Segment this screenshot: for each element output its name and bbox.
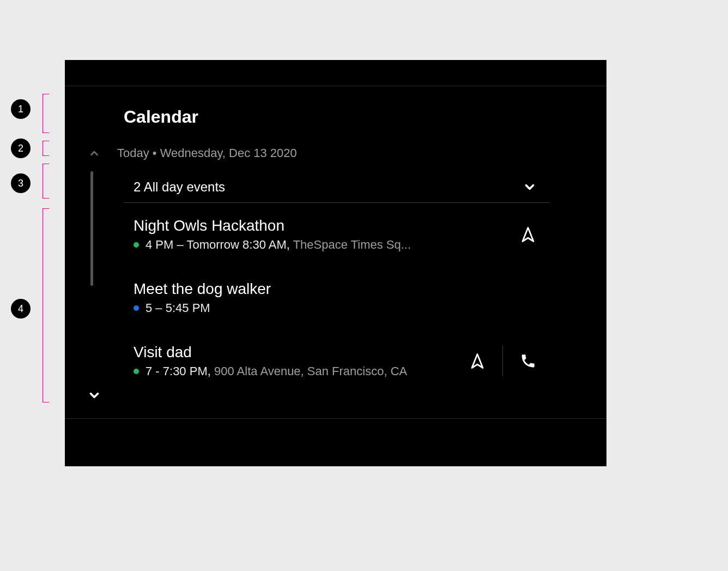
event-list: 2 All day events Night Owls Hackathon 4 …: [124, 172, 550, 393]
event-meta: 5 – 5:45 PM: [134, 301, 543, 315]
annotation-bracket-2: [43, 141, 49, 156]
scroll-down-button[interactable]: [87, 388, 102, 403]
action-separator: [502, 346, 503, 376]
calendar-screen: Calendar Today • Wednesday, Dec 13 2020 …: [65, 86, 606, 418]
event-row[interactable]: Night Owls Hackathon 4 PM – Tomorrow 8:3…: [124, 203, 550, 266]
event-main: Meet the dog walker 5 – 5:45 PM: [134, 280, 543, 315]
annotation-bracket-1: [43, 94, 49, 133]
chevron-down-icon: [523, 180, 537, 194]
event-main: Night Owls Hackathon 4 PM – Tomorrow 8:3…: [134, 217, 513, 252]
scroll-indicator: [90, 171, 93, 286]
nav-bar: [65, 418, 606, 466]
status-dot: [134, 369, 139, 374]
event-time: 4 PM – Tomorrow 8:30 AM,: [145, 238, 290, 251]
event-title: Visit dad: [134, 344, 462, 361]
event-time: 7 - 7:30 PM,: [145, 364, 211, 378]
navigate-button[interactable]: [513, 219, 543, 250]
chevron-down-icon: [87, 388, 101, 402]
page-title: Calendar: [124, 107, 606, 127]
annotation-marker-3: 3: [11, 173, 31, 193]
navigation-icon: [469, 353, 486, 369]
event-actions: [513, 219, 543, 250]
event-row[interactable]: Meet the dog walker 5 – 5:45 PM: [124, 266, 550, 329]
event-time: 5 – 5:45 PM: [145, 301, 210, 315]
annotation-marker-2: 2: [11, 139, 31, 158]
event-title: Night Owls Hackathon: [134, 217, 513, 235]
call-button[interactable]: [513, 346, 543, 376]
event-main: Visit dad 7 - 7:30 PM, 900 Alta Avenue, …: [134, 344, 462, 378]
event-actions: [462, 346, 543, 376]
event-row[interactable]: Visit dad 7 - 7:30 PM, 900 Alta Avenue, …: [124, 329, 550, 393]
event-location: TheSpace Times Sq...: [293, 238, 411, 251]
phone-icon: [520, 353, 536, 369]
date-label: Today • Wednesday, Dec 13 2020: [117, 146, 297, 160]
event-title: Meet the dog walker: [134, 280, 543, 298]
all-day-row[interactable]: 2 All day events: [124, 172, 550, 202]
event-meta: 4 PM – Tomorrow 8:30 AM, TheSpace Times …: [134, 238, 513, 252]
status-dot: [134, 305, 139, 311]
annotation-marker-1: 1: [11, 99, 31, 119]
scroll-up-button[interactable]: [87, 146, 102, 161]
device-frame: Calendar Today • Wednesday, Dec 13 2020 …: [65, 60, 606, 466]
annotation-bracket-3: [43, 164, 49, 199]
status-dot: [134, 242, 139, 248]
event-location: 900 Alta Avenue, San Francisco, CA: [214, 364, 407, 378]
annotation-bracket-4: [43, 208, 49, 402]
annotation-marker-4: 4: [11, 299, 31, 318]
status-bar: [65, 60, 606, 86]
navigation-icon: [520, 226, 536, 243]
navigate-button[interactable]: [462, 346, 493, 376]
event-meta: 7 - 7:30 PM, 900 Alta Avenue, San Franci…: [134, 364, 462, 378]
chevron-up-icon: [88, 147, 100, 159]
date-row: Today • Wednesday, Dec 13 2020: [87, 146, 606, 161]
all-day-label: 2 All day events: [134, 179, 225, 195]
